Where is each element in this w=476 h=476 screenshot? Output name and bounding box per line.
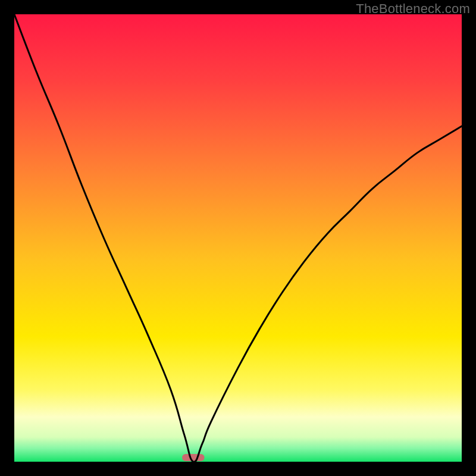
minimum-marker <box>182 454 205 461</box>
gradient-background <box>14 14 462 462</box>
svg-rect-0 <box>182 454 205 461</box>
chart-frame <box>14 14 462 462</box>
bottleneck-chart <box>14 14 462 462</box>
watermark-text: TheBottleneck.com <box>356 1 470 17</box>
